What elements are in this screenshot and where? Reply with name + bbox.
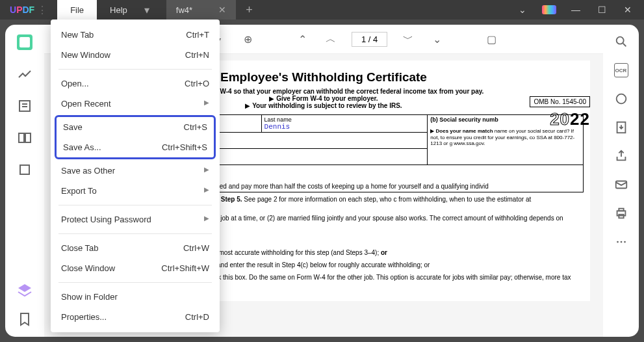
menu-new-window[interactable]: New WindowCtrl+N bbox=[51, 45, 220, 65]
document-tab[interactable]: fw4* ✕ bbox=[166, 0, 236, 20]
edit-text-icon[interactable] bbox=[17, 98, 32, 114]
bookmark-icon[interactable] bbox=[17, 311, 32, 327]
maximize-button[interactable]: ☐ bbox=[595, 5, 608, 15]
export-icon[interactable] bbox=[614, 120, 628, 135]
svg-rect-5 bbox=[25, 133, 31, 142]
prev-page-button[interactable]: ︿ bbox=[323, 33, 339, 46]
menu-help[interactable]: Help bbox=[97, 0, 140, 20]
menu-open[interactable]: Open...Ctrl+O bbox=[51, 73, 220, 94]
menu-save-as[interactable]: Save As...Ctrl+Shift+S bbox=[57, 137, 214, 157]
presentation-icon[interactable]: ▢ bbox=[483, 33, 499, 46]
omb-number: OMB No. 1545-00 bbox=[530, 96, 590, 107]
crop-icon[interactable] bbox=[17, 162, 32, 178]
svg-point-15 bbox=[617, 241, 619, 243]
flatten-icon[interactable] bbox=[614, 92, 628, 106]
svg-point-17 bbox=[624, 241, 626, 243]
page-indicator[interactable]: 1 / 4 bbox=[352, 32, 387, 47]
layers-icon[interactable] bbox=[17, 283, 32, 298]
svg-rect-6 bbox=[20, 165, 29, 174]
annotate-icon[interactable] bbox=[17, 66, 32, 82]
search-icon[interactable] bbox=[614, 34, 628, 49]
close-button[interactable]: ✕ bbox=[621, 5, 634, 15]
tab-list-button[interactable]: ▾ bbox=[140, 4, 153, 16]
zoom-in-button[interactable]: ⊕ bbox=[240, 33, 255, 46]
menu-close-window[interactable]: Close WindowCtrl+Shift+W bbox=[51, 258, 220, 278]
svg-line-8 bbox=[623, 44, 626, 47]
svg-point-9 bbox=[616, 94, 626, 104]
left-sidebar bbox=[5, 25, 44, 337]
svg-rect-0 bbox=[19, 37, 30, 47]
dropdown-icon[interactable]: ⌄ bbox=[516, 5, 529, 15]
right-sidebar: OCR bbox=[603, 25, 639, 337]
more-icon[interactable] bbox=[614, 235, 628, 249]
menu-save-other[interactable]: Save as Other▶ bbox=[51, 161, 220, 181]
svg-rect-14 bbox=[619, 215, 623, 218]
file-menu-dropdown: New TabCtrl+T New WindowCtrl+N Open...Ct… bbox=[51, 20, 220, 332]
svg-rect-13 bbox=[619, 209, 623, 211]
menu-properties[interactable]: Properties...Ctrl+D bbox=[51, 307, 220, 327]
last-page-button[interactable]: ⌄ bbox=[429, 33, 444, 46]
menu-close-tab[interactable]: Close TabCtrl+W bbox=[51, 238, 220, 258]
menu-show-folder[interactable]: Show in Folder bbox=[51, 287, 220, 307]
first-page-button[interactable]: ⌃ bbox=[294, 33, 310, 46]
svg-point-16 bbox=[620, 241, 622, 243]
email-icon[interactable] bbox=[614, 178, 628, 192]
print-icon[interactable] bbox=[614, 206, 628, 220]
menu-file[interactable]: File bbox=[57, 0, 97, 20]
share-icon[interactable] bbox=[614, 149, 628, 163]
next-page-button[interactable]: ﹀ bbox=[400, 33, 416, 46]
tab-close-icon[interactable]: ✕ bbox=[218, 5, 226, 15]
svg-rect-4 bbox=[19, 133, 24, 142]
minimize-button[interactable]: — bbox=[569, 5, 582, 15]
menu-protect[interactable]: Protect Using Password▶ bbox=[51, 209, 220, 230]
theme-icon[interactable] bbox=[542, 5, 556, 14]
tab-area: ▾ fw4* ✕ + bbox=[140, 0, 516, 20]
save-highlight: SaveCtrl+S Save As...Ctrl+Shift+S bbox=[55, 115, 216, 159]
svg-point-7 bbox=[616, 37, 623, 44]
reader-mode-icon[interactable] bbox=[17, 34, 32, 50]
app-logo: UPDF ⋮ bbox=[0, 4, 57, 16]
ocr-icon[interactable]: OCR bbox=[614, 63, 628, 77]
organize-icon[interactable] bbox=[17, 130, 32, 146]
form-year: 2022 bbox=[550, 109, 590, 129]
new-tab-button[interactable]: + bbox=[236, 3, 263, 17]
menu-export[interactable]: Export To▶ bbox=[51, 181, 220, 201]
tab-title: fw4* bbox=[176, 5, 192, 15]
menu-new-tab[interactable]: New TabCtrl+T bbox=[51, 25, 220, 45]
menu-bar: File Help bbox=[57, 0, 140, 20]
menu-open-recent[interactable]: Open Recent▶ bbox=[51, 94, 220, 114]
menu-save[interactable]: SaveCtrl+S bbox=[57, 117, 214, 137]
titlebar: UPDF ⋮ File Help ▾ fw4* ✕ + ⌄ — ☐ ✕ bbox=[0, 0, 644, 20]
